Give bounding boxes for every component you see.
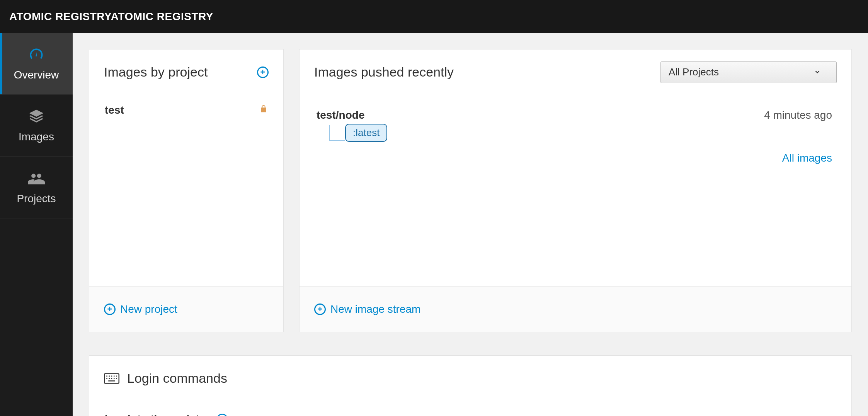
image-age: 4 minutes ago — [764, 109, 832, 142]
sidebar-item-label: Projects — [17, 193, 56, 205]
card-title: Images by project — [104, 65, 208, 80]
recent-image-row: test/node :latest 4 minutes ago — [300, 95, 851, 146]
card-images-recent: Images pushed recently All Projects test… — [299, 49, 852, 332]
plus-icon: + — [104, 303, 116, 315]
tree-connector-icon — [329, 125, 345, 141]
plus-icon: + — [314, 303, 326, 315]
users-icon — [28, 170, 45, 187]
sidebar: Overview Images Projects — [0, 33, 73, 416]
sidebar-item-images[interactable]: Images — [0, 95, 73, 157]
sidebar-item-projects[interactable]: Projects — [0, 157, 73, 218]
card-header: Images pushed recently All Projects — [300, 49, 851, 95]
card-body: Log into the registry: — [89, 401, 851, 416]
link-label: New image stream — [330, 303, 420, 315]
sidebar-item-overview[interactable]: Overview — [0, 33, 73, 95]
card-body: test — [89, 95, 283, 286]
svg-point-12 — [217, 414, 227, 416]
image-name[interactable]: test/node — [317, 109, 387, 121]
topbar: ATOMIC REGISTRYATOMIC REGISTRY — [0, 0, 868, 33]
add-project-icon[interactable]: + — [257, 66, 269, 78]
card-footer: + New image stream — [300, 286, 851, 332]
project-filter-dropdown[interactable]: All Projects — [660, 61, 837, 83]
tag-tree: :latest — [329, 124, 387, 142]
card-title: Login commands — [127, 371, 227, 386]
lock-icon — [259, 104, 268, 116]
new-image-stream-link[interactable]: + New image stream — [314, 303, 420, 315]
chevron-down-icon — [814, 66, 821, 78]
login-label: Log into the registry: — [105, 413, 213, 416]
layers-icon — [28, 108, 45, 125]
info-icon[interactable] — [217, 414, 228, 416]
all-images-link[interactable]: All images — [782, 152, 832, 164]
dashboard-icon — [28, 46, 45, 63]
card-body: test/node :latest 4 minutes ago All imag… — [300, 95, 851, 286]
keyboard-icon — [104, 372, 119, 385]
card-login-commands: Login commands Log into the registry: — [89, 355, 852, 416]
dropdown-selected: All Projects — [669, 66, 719, 78]
image-tag[interactable]: :latest — [345, 124, 387, 142]
link-label: New project — [120, 303, 177, 315]
sidebar-item-label: Images — [19, 131, 54, 143]
card-footer: + New project — [89, 286, 283, 332]
brand-text: ATOMIC REGISTRYATOMIC REGISTRY — [9, 10, 213, 23]
project-row[interactable]: test — [89, 95, 283, 125]
card-header: Images by project + — [89, 49, 283, 95]
new-project-link[interactable]: + New project — [104, 303, 177, 315]
project-name: test — [105, 104, 124, 116]
card-title: Images pushed recently — [314, 65, 454, 80]
sidebar-item-label: Overview — [14, 69, 59, 81]
card-images-by-project: Images by project + test + New project — [89, 49, 284, 332]
card-header: Login commands — [89, 356, 851, 401]
main-content: Images by project + test + New project — [73, 33, 868, 416]
